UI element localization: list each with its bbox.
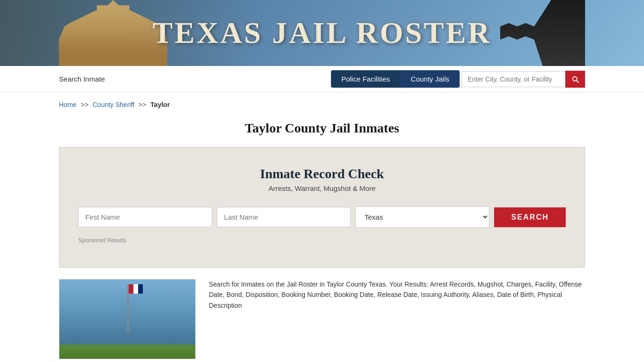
breadcrumb-sep-2: >> <box>139 101 146 108</box>
bottom-section: Search for Inmates on the Jail Roster in… <box>0 268 644 362</box>
nav-bar: Search Inmate Police Facilities County J… <box>0 66 644 92</box>
breadcrumb-sep-1: >> <box>81 101 88 108</box>
county-jails-button[interactable]: County Jails <box>400 70 460 88</box>
search-icon <box>571 75 579 83</box>
breadcrumb-current: Taylor <box>150 101 170 108</box>
irc-title: Inmate Record Check <box>78 166 566 181</box>
nav-buttons: Police Facilities County Jails <box>331 70 460 88</box>
facility-search-button[interactable] <box>565 71 585 88</box>
last-name-input[interactable] <box>217 207 351 227</box>
facility-search-wrap <box>462 71 585 88</box>
police-facilities-button[interactable]: Police Facilities <box>331 70 400 88</box>
breadcrumb-home[interactable]: Home <box>59 101 76 108</box>
breadcrumb-county-sheriff[interactable]: County Sheriff <box>93 101 134 108</box>
page-title-wrap: Taylor County Jail Inmates <box>0 112 644 147</box>
first-name-input[interactable] <box>78 207 212 227</box>
header-banner: Texas Jail Roster <box>0 0 644 66</box>
site-title: Texas Jail Roster <box>153 16 492 50</box>
breadcrumb: Home >> County Sheriff >> Taylor <box>0 92 644 112</box>
description-text: Search for Inmates on the Jail Roster in… <box>209 279 585 311</box>
inmate-check-box: Inmate Record Check Arrests, Warrant, Mu… <box>59 147 585 268</box>
ground <box>59 345 195 359</box>
state-select[interactable]: AlabamaAlaskaArizonaArkansasCaliforniaCo… <box>355 206 489 228</box>
thumbnail-image <box>59 279 196 359</box>
facility-search-input[interactable] <box>462 71 565 87</box>
search-inmate-label: Search Inmate <box>59 75 105 83</box>
irc-subtitle: Arrests, Warrant, Mugshot & More <box>78 184 566 192</box>
sponsored-label: Sponsored Results <box>78 237 566 244</box>
page-title: Taylor County Jail Inmates <box>0 121 644 136</box>
irc-search-button[interactable]: SEARCH <box>494 207 566 227</box>
flag <box>129 284 143 294</box>
irc-search-row: AlabamaAlaskaArizonaArkansasCaliforniaCo… <box>78 206 566 228</box>
